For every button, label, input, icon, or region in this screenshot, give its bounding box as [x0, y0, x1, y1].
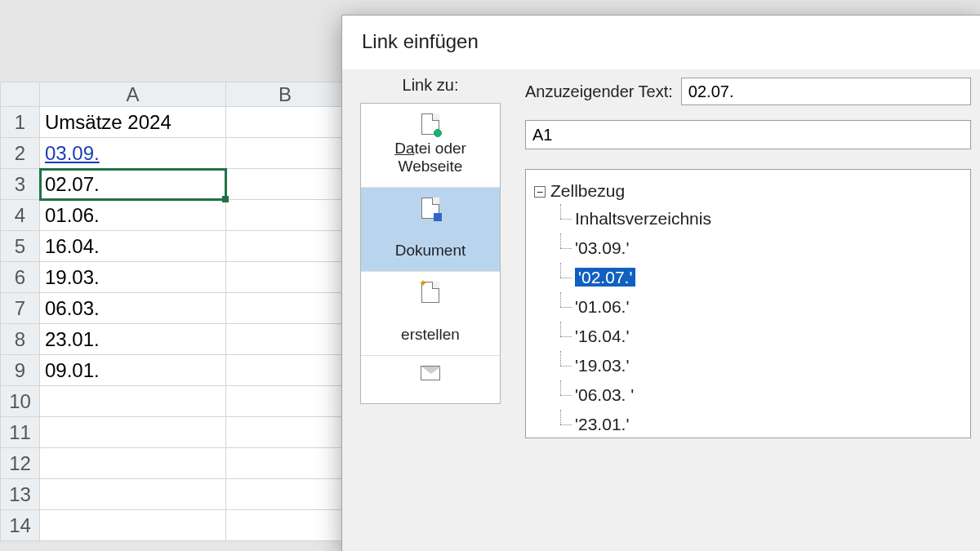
cell[interactable]: 09.01.: [40, 355, 226, 386]
link-to-panel: Link zu: Datei oderWebseite Dokument ✦ e…: [342, 69, 507, 549]
link-to-new-document-label: erstellen: [401, 326, 460, 343]
tree-collapse-icon[interactable]: −: [534, 186, 546, 198]
tree-root-zellbezug[interactable]: −Zellbezug Inhaltsverzeichnis'03.09.''02…: [531, 176, 965, 438]
email-icon: [420, 366, 441, 387]
link-to-label: Link zu:: [360, 76, 501, 95]
cell[interactable]: [226, 479, 345, 510]
grid-table: A B 1Umsätze 2024203.09.302.07.401.06.51…: [0, 82, 345, 541]
cell[interactable]: 01.06.: [40, 200, 226, 231]
row-header[interactable]: 6: [1, 262, 40, 293]
col-header-A[interactable]: A: [40, 82, 226, 107]
cell[interactable]: [226, 355, 345, 386]
tree-item[interactable]: '19.03.': [550, 351, 965, 380]
cell[interactable]: [40, 479, 226, 510]
cell[interactable]: [226, 200, 345, 231]
row-header[interactable]: 4: [1, 200, 40, 231]
cell[interactable]: [40, 448, 226, 479]
new-document-icon: ✦: [420, 282, 441, 303]
row-header[interactable]: 5: [1, 231, 40, 262]
link-to-current-document[interactable]: Dokument: [361, 188, 500, 272]
dialog-title: Link einfügen: [342, 16, 980, 69]
cell[interactable]: 03.09.: [40, 138, 226, 169]
cell[interactable]: [226, 138, 345, 169]
tree-item[interactable]: '23.01.': [550, 410, 965, 438]
col-header-B[interactable]: B: [226, 82, 345, 107]
cell[interactable]: [226, 169, 345, 200]
cell[interactable]: [226, 417, 345, 448]
link-to-file-or-web[interactable]: Datei oderWebseite: [361, 104, 500, 188]
cell[interactable]: [226, 262, 345, 293]
cell[interactable]: [226, 324, 345, 355]
row-header[interactable]: 7: [1, 293, 40, 324]
display-text-label: Anzuzeigender Text:: [525, 82, 673, 101]
current-document-icon: [420, 198, 441, 219]
tree-item[interactable]: '06.03. ': [550, 380, 965, 410]
cell[interactable]: 16.04.: [40, 231, 226, 262]
tree-item[interactable]: '03.09.': [550, 233, 965, 263]
select-all-corner[interactable]: [1, 82, 40, 107]
document-place-tree[interactable]: −Zellbezug Inhaltsverzeichnis'03.09.''02…: [525, 169, 971, 438]
cell[interactable]: [226, 510, 345, 541]
cell[interactable]: [226, 448, 345, 479]
link-to-options: Datei oderWebseite Dokument ✦ erstellen: [360, 103, 501, 404]
row-header[interactable]: 12: [1, 448, 40, 479]
cell[interactable]: [40, 386, 226, 417]
file-web-icon: [420, 113, 441, 135]
tree-item[interactable]: '01.06.': [550, 292, 965, 322]
cell[interactable]: [40, 510, 226, 541]
cell[interactable]: [226, 231, 345, 262]
row-header[interactable]: 10: [1, 386, 40, 417]
link-to-file-or-web-label: Datei oderWebseite: [394, 140, 466, 175]
insert-link-dialog: Link einfügen Link zu: Datei oderWebseit…: [341, 15, 980, 551]
link-to-email-address[interactable]: [361, 356, 500, 403]
display-text-input[interactable]: [681, 78, 971, 105]
spreadsheet: A B 1Umsätze 2024203.09.302.07.401.06.51…: [0, 82, 345, 541]
cell[interactable]: [226, 293, 345, 324]
row-header[interactable]: 11: [1, 417, 40, 448]
row-header[interactable]: 2: [1, 138, 40, 169]
row-header[interactable]: 1: [1, 107, 40, 138]
cell[interactable]: 19.03.: [40, 262, 226, 293]
row-header[interactable]: 3: [1, 169, 40, 200]
tree-item[interactable]: '16.04.': [550, 322, 965, 351]
link-details-panel: Anzuzeigender Text: −Zellbezug Inhaltsve…: [507, 69, 980, 549]
cell[interactable]: 02.07.: [40, 169, 226, 200]
cell[interactable]: Umsätze 2024: [40, 107, 226, 138]
cell[interactable]: 06.03.: [40, 293, 226, 324]
cell[interactable]: [226, 386, 345, 417]
tree-item[interactable]: Inhaltsverzeichnis: [550, 204, 965, 233]
cell[interactable]: 23.01.: [40, 324, 226, 355]
cell[interactable]: [226, 107, 345, 138]
row-header[interactable]: 14: [1, 510, 40, 541]
cell[interactable]: [40, 417, 226, 448]
tree-item[interactable]: '02.07.': [550, 263, 965, 292]
link-to-current-document-label: Dokument: [395, 242, 466, 259]
row-header[interactable]: 13: [1, 479, 40, 510]
cell-reference-input[interactable]: [525, 120, 971, 149]
row-header[interactable]: 9: [1, 355, 40, 386]
row-header[interactable]: 8: [1, 324, 40, 355]
link-to-new-document[interactable]: ✦ erstellen: [361, 272, 500, 356]
